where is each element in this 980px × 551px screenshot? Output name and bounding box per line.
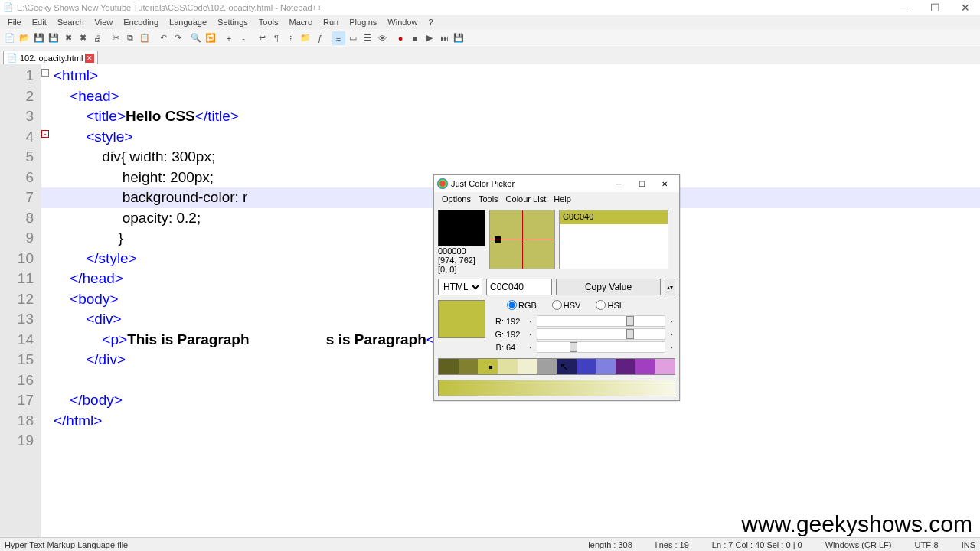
menu-help[interactable]: ? — [423, 16, 437, 28]
find-icon[interactable]: 🔍 — [189, 31, 203, 45]
mode-hsl[interactable]: HSL — [596, 300, 623, 310]
palette-cell[interactable] — [439, 359, 459, 374]
g-thumb[interactable] — [626, 329, 634, 339]
undo-icon[interactable]: ↶ — [156, 31, 170, 45]
g-dec-icon[interactable]: ‹ — [527, 331, 534, 338]
code-line[interactable] — [41, 431, 980, 452]
save-macro-icon[interactable]: 💾 — [452, 31, 466, 45]
format-select[interactable]: HTML — [438, 279, 482, 295]
hex-input[interactable] — [486, 279, 552, 295]
r-dec-icon[interactable]: ‹ — [527, 318, 534, 325]
close-all-icon[interactable]: ✖ — [76, 31, 90, 45]
hsv-radio[interactable] — [552, 300, 562, 310]
minimize-button[interactable]: ─ — [893, 2, 916, 14]
close-button[interactable]: ✕ — [954, 2, 977, 14]
menu-settings[interactable]: Settings — [213, 16, 253, 28]
toggle-icon[interactable]: ≡ — [332, 31, 345, 45]
palette-cell[interactable] — [616, 359, 635, 374]
code-line[interactable]: div{ width: 300px; — [41, 147, 980, 168]
function-list-icon[interactable]: ƒ — [313, 31, 327, 45]
copy-value-button[interactable]: Copy Value — [556, 279, 661, 295]
mode-rgb[interactable]: RGB — [507, 300, 537, 310]
play-multi-icon[interactable]: ⏭ — [437, 31, 451, 45]
wordwrap-icon[interactable]: ↩ — [255, 31, 269, 45]
gradient-bar[interactable] — [438, 380, 675, 396]
palette-cell[interactable] — [537, 359, 557, 374]
save-icon[interactable]: 💾 — [32, 31, 46, 45]
folder-icon[interactable]: 📁 — [299, 31, 312, 45]
paste-icon[interactable]: 📋 — [138, 31, 152, 45]
play-macro-icon[interactable]: ▶ — [423, 31, 436, 45]
fold-mark-icon[interactable]: - — [41, 130, 49, 138]
replace-icon[interactable]: 🔁 — [204, 31, 217, 45]
palette-cell[interactable] — [596, 359, 616, 374]
file-tab[interactable]: 📄 102. opacity.html ✕ — [3, 51, 98, 64]
zoom-in-icon[interactable]: + — [222, 31, 236, 45]
menu-window[interactable]: Window — [383, 16, 422, 28]
menu-encoding[interactable]: Encoding — [119, 16, 163, 28]
code-line[interactable]: <title>Hello CSS</title> — [41, 106, 980, 127]
indent-guide-icon[interactable]: ⫶ — [284, 31, 298, 45]
menu-macro[interactable]: Macro — [284, 16, 317, 28]
mode-hsv[interactable]: HSV — [552, 300, 581, 310]
color-palette[interactable]: ↖ — [438, 358, 675, 375]
doc-list-icon[interactable]: ☰ — [361, 31, 374, 45]
code-line[interactable]: <html> — [41, 66, 980, 86]
hsl-radio[interactable] — [596, 300, 606, 310]
menu-run[interactable]: Run — [318, 16, 343, 28]
save-all-icon[interactable]: 💾 — [47, 31, 60, 45]
palette-cell[interactable] — [478, 359, 498, 374]
menu-tools[interactable]: Tools — [254, 16, 283, 28]
picker-minimize-button[interactable]: ─ — [607, 177, 630, 191]
b-dec-icon[interactable]: ‹ — [527, 344, 534, 351]
g-slider[interactable] — [537, 328, 665, 340]
rgb-radio[interactable] — [507, 300, 517, 310]
menu-file[interactable]: File — [3, 16, 26, 28]
picker-menu-help[interactable]: Help — [550, 194, 574, 204]
palette-cell[interactable] — [655, 359, 675, 374]
menu-search[interactable]: Search — [53, 16, 89, 28]
menu-language[interactable]: Language — [165, 16, 211, 28]
palette-cell[interactable] — [577, 359, 596, 374]
tab-close-icon[interactable]: ✕ — [85, 54, 94, 63]
picker-maximize-button[interactable]: ☐ — [630, 177, 653, 191]
picker-close-button[interactable]: ✕ — [653, 177, 676, 191]
open-file-icon[interactable]: 📂 — [18, 31, 31, 45]
picker-menu-colourlist[interactable]: Colour List — [503, 194, 550, 204]
palette-cell[interactable] — [635, 359, 655, 374]
code-line[interactable]: <style> — [41, 127, 980, 148]
stop-macro-icon[interactable]: ■ — [408, 31, 422, 45]
redo-icon[interactable]: ↷ — [171, 31, 185, 45]
palette-cell[interactable] — [518, 359, 537, 374]
zoom-out-icon[interactable]: - — [237, 31, 250, 45]
b-inc-icon[interactable]: › — [668, 344, 675, 351]
palette-cell[interactable] — [459, 359, 479, 374]
fold-mark-icon[interactable]: - — [41, 69, 49, 77]
r-slider[interactable] — [537, 315, 665, 327]
print-icon[interactable]: 🖨 — [90, 31, 104, 45]
menu-plugins[interactable]: Plugins — [345, 16, 381, 28]
new-file-icon[interactable]: 📄 — [3, 31, 17, 45]
copy-icon[interactable]: ⧉ — [123, 31, 137, 45]
monitoring-icon[interactable]: 👁 — [375, 31, 389, 45]
code-line[interactable]: <head> — [41, 86, 980, 107]
cut-icon[interactable]: ✂ — [109, 31, 122, 45]
r-thumb[interactable] — [626, 316, 634, 326]
menu-view[interactable]: View — [90, 16, 118, 28]
picker-app-icon — [437, 178, 448, 189]
doc-map-icon[interactable]: ▭ — [346, 31, 360, 45]
maximize-button[interactable]: ☐ — [923, 2, 946, 14]
record-macro-icon[interactable]: ● — [394, 31, 407, 45]
close-file-icon[interactable]: ✖ — [61, 31, 75, 45]
palette-cell[interactable] — [498, 359, 518, 374]
picker-menu-tools[interactable]: Tools — [475, 194, 501, 204]
spin-button[interactable]: ▴▾ — [665, 279, 675, 295]
picker-menu-options[interactable]: Options — [439, 194, 474, 204]
r-inc-icon[interactable]: › — [668, 318, 675, 325]
g-inc-icon[interactable]: › — [668, 331, 675, 338]
show-all-chars-icon[interactable]: ¶ — [270, 31, 283, 45]
b-thumb[interactable] — [570, 342, 577, 352]
b-slider[interactable] — [537, 341, 665, 353]
menu-edit[interactable]: Edit — [28, 16, 51, 28]
code-line[interactable]: </html> — [41, 411, 980, 432]
